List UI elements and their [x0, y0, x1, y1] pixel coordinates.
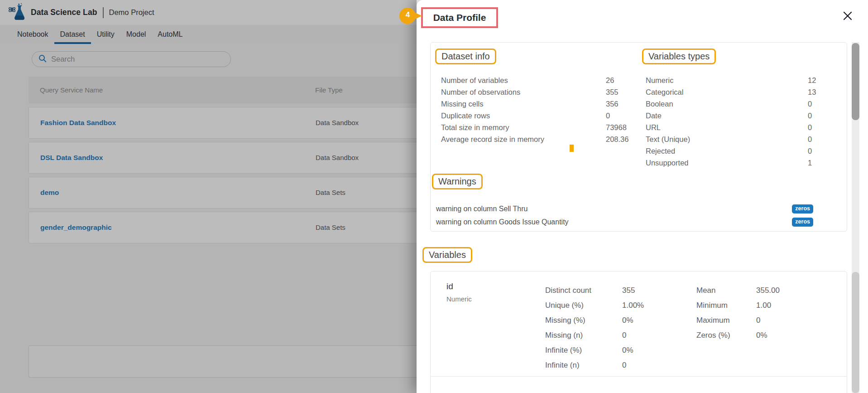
stat-value: 73968: [606, 121, 627, 133]
stat-value: 12: [808, 74, 816, 86]
warning-text: warning on column Goods Issue Quantity: [436, 218, 569, 226]
stat-label: Boolean: [646, 98, 808, 110]
screen: Data Science Lab Demo Project Notebook D…: [0, 0, 868, 393]
scrollbar-thumb[interactable]: [852, 272, 859, 393]
stat-value: 1.00: [756, 298, 771, 313]
stat-value: 1: [808, 157, 812, 169]
stat-label: Mean: [696, 283, 756, 298]
stat-label: Maximum: [696, 313, 756, 328]
profile-overview-card: Dataset info Variables types Number of v…: [430, 42, 847, 232]
scrollbar-thumb[interactable]: [852, 43, 859, 120]
drawer-title: Data Profile: [433, 12, 486, 23]
stat-value: 356: [606, 98, 619, 110]
close-icon[interactable]: [841, 10, 854, 22]
stat-label: Distinct count: [545, 283, 622, 298]
stat-value: 13: [808, 86, 816, 98]
data-profile-drawer: Data Profile Dataset info Variables type…: [417, 0, 868, 393]
stat-value: 0: [622, 328, 626, 343]
stat-value: 0: [606, 110, 610, 121]
stat-label: Infinite (n): [545, 358, 622, 373]
stat-value: 1.00%: [622, 298, 644, 313]
warning-item: warning on column Goods Issue Quantity z…: [436, 215, 813, 228]
stat-value: 0%: [622, 343, 633, 358]
stat-value: 0: [622, 358, 626, 373]
variable-detail-card: id Numeric Distinct count355 Unique (%)1…: [430, 271, 847, 393]
warning-badge: zeros: [792, 204, 813, 213]
stat-value: 0: [808, 145, 812, 157]
stat-label: Zeros (%): [696, 328, 756, 343]
stat-value: 0: [756, 313, 760, 328]
stat-value: 355.00: [756, 283, 780, 298]
step-number: 4: [404, 10, 412, 19]
stat-label: Text (Unique): [646, 133, 808, 145]
stat-label: Missing (%): [545, 313, 622, 328]
stat-value: 0: [808, 133, 812, 145]
stat-label: Missing (n): [545, 328, 622, 343]
data-profile-title-highlight: Data Profile: [421, 7, 498, 28]
variable-divider: [431, 376, 847, 377]
stat-value: 26: [606, 74, 614, 86]
stat-label: Duplicate rows: [441, 110, 606, 121]
stat-label: Average record size in memory: [441, 133, 606, 145]
stat-value: 355: [622, 283, 635, 298]
stat-label: Unique (%): [545, 298, 622, 313]
variable-stats-column-2: Mean355.00 Minimum1.00 Maximum0 Zeros (%…: [696, 283, 780, 343]
stat-value: 355: [606, 86, 619, 98]
stat-value: 0: [808, 98, 812, 110]
stat-value: 0: [808, 121, 812, 133]
warnings-list: warning on column Sell Thru zeros warnin…: [436, 202, 813, 228]
variable-type: Numeric: [446, 295, 472, 303]
dataset-info-stats: Number of variables26 Number of observat…: [441, 74, 628, 145]
stat-label: Date: [646, 110, 808, 121]
stat-label: Number of variables: [441, 74, 606, 86]
warning-item: warning on column Sell Thru zeros: [436, 202, 813, 215]
stat-label: Rejected: [646, 145, 808, 157]
stat-value: 208.36: [606, 133, 628, 145]
modal-backdrop[interactable]: [0, 0, 417, 393]
stat-label: Number of observations: [441, 86, 606, 98]
stat-label: Unsupported: [646, 157, 808, 169]
warning-text: warning on column Sell Thru: [436, 205, 528, 213]
stat-value: 0%: [756, 328, 767, 343]
stat-label: Minimum: [696, 298, 756, 313]
stat-label: URL: [646, 121, 808, 133]
stat-label: Total size in memory: [441, 121, 606, 133]
variable-name: id: [446, 281, 453, 291]
variables-types-stats: Numeric12 Categorical13 Boolean0 Date0 U…: [646, 74, 816, 169]
stat-label: Missing cells: [441, 98, 606, 110]
warning-badge: zeros: [792, 218, 813, 227]
stat-label: Numeric: [646, 74, 808, 86]
stat-value: 0: [808, 110, 812, 121]
annotation-cursor-tick: [570, 145, 574, 152]
stat-label: Categorical: [646, 86, 808, 98]
annotation-step-marker: 4: [398, 7, 423, 25]
variable-stats-column-1: Distinct count355 Unique (%)1.00% Missin…: [545, 283, 644, 373]
variables-section-title: Variables: [422, 247, 472, 263]
warnings-title: Warnings: [432, 174, 483, 189]
stat-label: Infinite (%): [545, 343, 622, 358]
variables-types-title: Variables types: [642, 49, 716, 64]
stat-value: 0%: [622, 313, 633, 328]
dataset-info-title: Dataset info: [435, 49, 496, 64]
